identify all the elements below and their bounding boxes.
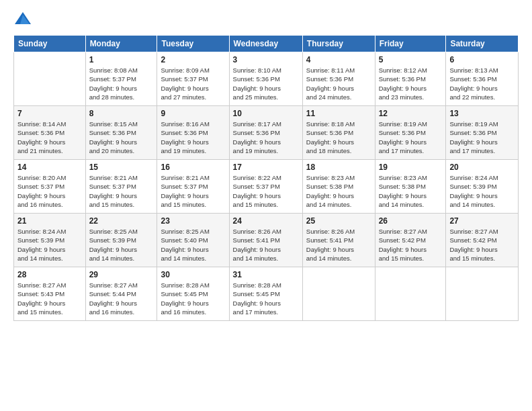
day-info: Sunrise: 8:22 AM Sunset: 5:37 PM Dayligh… bbox=[233, 173, 299, 209]
calendar-cell: 14Sunrise: 8:20 AM Sunset: 5:37 PM Dayli… bbox=[14, 160, 86, 214]
day-number: 21 bbox=[17, 216, 82, 226]
weekday-header-thursday: Thursday bbox=[302, 36, 375, 52]
day-number: 11 bbox=[306, 109, 371, 118]
day-number: 27 bbox=[449, 216, 515, 226]
calendar-cell: 12Sunrise: 8:19 AM Sunset: 5:36 PM Dayli… bbox=[375, 106, 446, 160]
calendar-cell: 21Sunrise: 8:24 AM Sunset: 5:39 PM Dayli… bbox=[14, 214, 86, 267]
day-number: 31 bbox=[233, 270, 299, 279]
day-number: 5 bbox=[379, 55, 443, 64]
calendar-week-row: 14Sunrise: 8:20 AM Sunset: 5:37 PM Dayli… bbox=[14, 160, 519, 214]
day-number: 18 bbox=[306, 163, 371, 172]
calendar-cell: 8Sunrise: 8:15 AM Sunset: 5:36 PM Daylig… bbox=[85, 106, 157, 160]
calendar-cell: 16Sunrise: 8:21 AM Sunset: 5:37 PM Dayli… bbox=[157, 160, 229, 214]
day-number: 2 bbox=[161, 55, 225, 64]
day-info: Sunrise: 8:19 AM Sunset: 5:36 PM Dayligh… bbox=[379, 120, 443, 155]
weekday-header-friday: Friday bbox=[375, 36, 446, 52]
day-number: 24 bbox=[233, 216, 299, 226]
weekday-header-wednesday: Wednesday bbox=[229, 36, 302, 52]
page: SundayMondayTuesdayWednesdayThursdayFrid… bbox=[0, 0, 532, 411]
day-number: 1 bbox=[89, 55, 154, 64]
calendar-cell: 5Sunrise: 8:12 AM Sunset: 5:36 PM Daylig… bbox=[375, 52, 446, 106]
day-info: Sunrise: 8:24 AM Sunset: 5:39 PM Dayligh… bbox=[449, 173, 515, 209]
calendar-week-row: 7Sunrise: 8:14 AM Sunset: 5:36 PM Daylig… bbox=[14, 106, 519, 160]
calendar-cell bbox=[375, 267, 446, 321]
day-info: Sunrise: 8:24 AM Sunset: 5:39 PM Dayligh… bbox=[17, 227, 82, 263]
day-number: 7 bbox=[17, 109, 82, 118]
day-info: Sunrise: 8:20 AM Sunset: 5:37 PM Dayligh… bbox=[17, 173, 82, 209]
calendar-cell: 1Sunrise: 8:08 AM Sunset: 5:37 PM Daylig… bbox=[85, 52, 157, 106]
day-info: Sunrise: 8:18 AM Sunset: 5:36 PM Dayligh… bbox=[306, 120, 371, 155]
day-number: 9 bbox=[161, 109, 225, 118]
calendar-cell: 3Sunrise: 8:10 AM Sunset: 5:36 PM Daylig… bbox=[229, 52, 302, 106]
calendar-week-row: 1Sunrise: 8:08 AM Sunset: 5:37 PM Daylig… bbox=[14, 52, 519, 106]
calendar-cell: 30Sunrise: 8:28 AM Sunset: 5:45 PM Dayli… bbox=[157, 267, 229, 321]
day-number: 14 bbox=[17, 163, 82, 172]
calendar-cell: 9Sunrise: 8:16 AM Sunset: 5:36 PM Daylig… bbox=[157, 106, 229, 160]
day-info: Sunrise: 8:11 AM Sunset: 5:36 PM Dayligh… bbox=[306, 66, 371, 101]
day-number: 15 bbox=[89, 163, 154, 172]
weekday-header-row: SundayMondayTuesdayWednesdayThursdayFrid… bbox=[14, 36, 519, 52]
calendar-cell: 27Sunrise: 8:27 AM Sunset: 5:42 PM Dayli… bbox=[446, 214, 519, 267]
calendar-cell: 19Sunrise: 8:23 AM Sunset: 5:38 PM Dayli… bbox=[375, 160, 446, 214]
day-info: Sunrise: 8:26 AM Sunset: 5:41 PM Dayligh… bbox=[233, 227, 299, 263]
day-number: 6 bbox=[449, 55, 515, 64]
day-info: Sunrise: 8:28 AM Sunset: 5:45 PM Dayligh… bbox=[161, 281, 225, 316]
day-info: Sunrise: 8:15 AM Sunset: 5:36 PM Dayligh… bbox=[89, 120, 154, 155]
calendar-cell: 20Sunrise: 8:24 AM Sunset: 5:39 PM Dayli… bbox=[446, 160, 519, 214]
calendar-cell: 18Sunrise: 8:23 AM Sunset: 5:38 PM Dayli… bbox=[302, 160, 375, 214]
day-number: 17 bbox=[233, 163, 299, 172]
day-info: Sunrise: 8:09 AM Sunset: 5:37 PM Dayligh… bbox=[161, 66, 225, 101]
day-info: Sunrise: 8:13 AM Sunset: 5:36 PM Dayligh… bbox=[449, 66, 515, 101]
day-number: 10 bbox=[233, 109, 299, 118]
weekday-header-monday: Monday bbox=[85, 36, 157, 52]
calendar-week-row: 28Sunrise: 8:27 AM Sunset: 5:43 PM Dayli… bbox=[14, 267, 519, 321]
day-info: Sunrise: 8:27 AM Sunset: 5:43 PM Dayligh… bbox=[17, 281, 82, 316]
day-number: 26 bbox=[379, 216, 443, 226]
day-info: Sunrise: 8:14 AM Sunset: 5:36 PM Dayligh… bbox=[17, 120, 82, 155]
day-number: 25 bbox=[306, 216, 371, 226]
day-info: Sunrise: 8:25 AM Sunset: 5:40 PM Dayligh… bbox=[161, 227, 225, 263]
calendar-cell: 22Sunrise: 8:25 AM Sunset: 5:39 PM Dayli… bbox=[85, 214, 157, 267]
day-number: 13 bbox=[449, 109, 515, 118]
day-number: 4 bbox=[306, 55, 371, 64]
day-info: Sunrise: 8:17 AM Sunset: 5:36 PM Dayligh… bbox=[233, 120, 299, 155]
calendar-cell bbox=[302, 267, 375, 321]
calendar-cell: 2Sunrise: 8:09 AM Sunset: 5:37 PM Daylig… bbox=[157, 52, 229, 106]
calendar-week-row: 21Sunrise: 8:24 AM Sunset: 5:39 PM Dayli… bbox=[14, 214, 519, 267]
day-number: 16 bbox=[161, 163, 225, 172]
calendar-cell: 13Sunrise: 8:19 AM Sunset: 5:36 PM Dayli… bbox=[446, 106, 519, 160]
day-number: 29 bbox=[89, 270, 154, 279]
calendar-cell: 26Sunrise: 8:27 AM Sunset: 5:42 PM Dayli… bbox=[375, 214, 446, 267]
calendar-cell: 10Sunrise: 8:17 AM Sunset: 5:36 PM Dayli… bbox=[229, 106, 302, 160]
day-number: 8 bbox=[89, 109, 154, 118]
day-number: 23 bbox=[161, 216, 225, 226]
day-info: Sunrise: 8:21 AM Sunset: 5:37 PM Dayligh… bbox=[89, 173, 154, 209]
day-info: Sunrise: 8:16 AM Sunset: 5:36 PM Dayligh… bbox=[161, 120, 225, 155]
calendar-cell bbox=[14, 52, 86, 106]
day-info: Sunrise: 8:23 AM Sunset: 5:38 PM Dayligh… bbox=[306, 173, 371, 209]
logo-icon bbox=[13, 11, 32, 27]
calendar-cell: 23Sunrise: 8:25 AM Sunset: 5:40 PM Dayli… bbox=[157, 214, 229, 267]
calendar-cell: 7Sunrise: 8:14 AM Sunset: 5:36 PM Daylig… bbox=[14, 106, 86, 160]
calendar-cell: 24Sunrise: 8:26 AM Sunset: 5:41 PM Dayli… bbox=[229, 214, 302, 267]
day-number: 22 bbox=[89, 216, 154, 226]
calendar-table: SundayMondayTuesdayWednesdayThursdayFrid… bbox=[13, 35, 519, 321]
day-number: 30 bbox=[161, 270, 225, 279]
day-info: Sunrise: 8:19 AM Sunset: 5:36 PM Dayligh… bbox=[449, 120, 515, 155]
day-info: Sunrise: 8:27 AM Sunset: 5:42 PM Dayligh… bbox=[449, 227, 515, 263]
calendar-cell: 31Sunrise: 8:28 AM Sunset: 5:45 PM Dayli… bbox=[229, 267, 302, 321]
day-info: Sunrise: 8:10 AM Sunset: 5:36 PM Dayligh… bbox=[233, 66, 299, 101]
day-info: Sunrise: 8:27 AM Sunset: 5:44 PM Dayligh… bbox=[89, 281, 154, 316]
day-info: Sunrise: 8:28 AM Sunset: 5:45 PM Dayligh… bbox=[233, 281, 299, 316]
weekday-header-sunday: Sunday bbox=[14, 36, 86, 52]
calendar-cell: 17Sunrise: 8:22 AM Sunset: 5:37 PM Dayli… bbox=[229, 160, 302, 214]
calendar-cell: 29Sunrise: 8:27 AM Sunset: 5:44 PM Dayli… bbox=[85, 267, 157, 321]
weekday-header-saturday: Saturday bbox=[446, 36, 519, 52]
calendar-cell: 25Sunrise: 8:26 AM Sunset: 5:41 PM Dayli… bbox=[302, 214, 375, 267]
day-info: Sunrise: 8:25 AM Sunset: 5:39 PM Dayligh… bbox=[89, 227, 154, 263]
day-info: Sunrise: 8:08 AM Sunset: 5:37 PM Dayligh… bbox=[89, 66, 154, 101]
day-number: 3 bbox=[233, 55, 299, 64]
calendar-cell: 6Sunrise: 8:13 AM Sunset: 5:36 PM Daylig… bbox=[446, 52, 519, 106]
calendar-cell: 28Sunrise: 8:27 AM Sunset: 5:43 PM Dayli… bbox=[14, 267, 86, 321]
day-info: Sunrise: 8:23 AM Sunset: 5:38 PM Dayligh… bbox=[379, 173, 443, 209]
